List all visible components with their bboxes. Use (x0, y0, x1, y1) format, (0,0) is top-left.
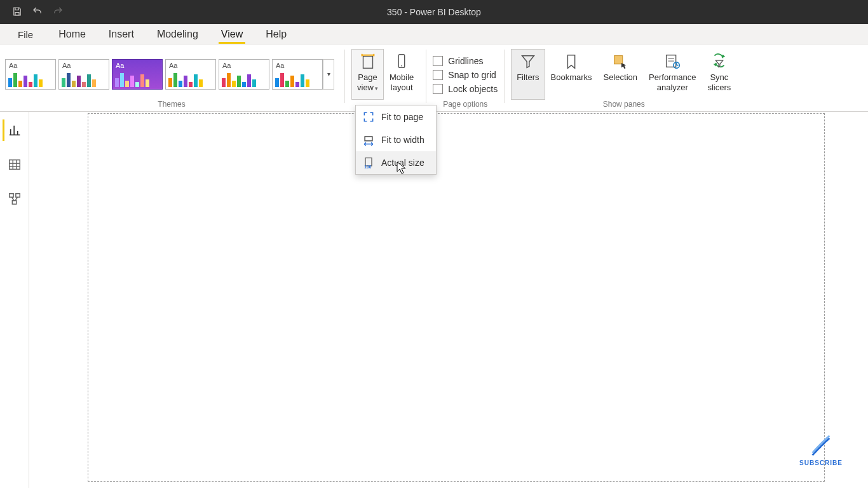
actual-size-icon: 100 (362, 156, 375, 169)
canvas-area (29, 112, 868, 488)
filters-button[interactable]: Filters (511, 49, 545, 100)
fit-to-width-label: Fit to width (381, 135, 424, 145)
theme-thumb[interactable]: Aa (165, 59, 216, 90)
sync-slicers-icon (709, 52, 729, 71)
checkbox-icon (433, 56, 443, 66)
page-view-icon (358, 52, 378, 71)
fit-to-width-item[interactable]: Fit to width (356, 128, 436, 151)
bookmarks-button[interactable]: Bookmarks (545, 49, 598, 100)
svg-rect-19 (9, 160, 20, 170)
save-icon[interactable] (11, 6, 23, 19)
tab-help[interactable]: Help (263, 26, 289, 44)
selection-icon (610, 52, 630, 71)
theme-bars (62, 72, 106, 87)
mobile-layout-button[interactable]: Mobilelayout (384, 49, 419, 100)
themes-gallery: AaAaAaAaAaAa (5, 59, 323, 90)
data-view-button[interactable] (4, 154, 25, 175)
bar-chart-icon (8, 123, 22, 137)
bookmarks-label: Bookmarks (551, 72, 592, 83)
chevron-down-icon: ▾ (375, 85, 378, 92)
mobile-layout-label2: layout (391, 83, 413, 92)
fit-to-page-item[interactable]: Fit to page (356, 105, 436, 128)
svg-rect-29 (365, 137, 372, 141)
svg-line-28 (15, 197, 17, 201)
theme-bars (115, 72, 159, 87)
group-page-options: Gridlines Snap to grid Lock objects Page… (428, 44, 503, 111)
theme-aa-label: Aa (222, 62, 231, 69)
page-view-label1: Page (358, 72, 377, 82)
ribbon-separator (426, 50, 426, 103)
performance-analyzer-button[interactable]: Performanceanalyzer (643, 49, 702, 100)
theme-bars (168, 72, 213, 87)
group-label-page-options: Page options (428, 100, 503, 111)
tab-insert[interactable]: Insert (106, 26, 137, 44)
fit-to-page-icon (362, 111, 375, 123)
themes-more-button[interactable]: ▾ (323, 59, 334, 90)
svg-rect-24 (9, 194, 13, 198)
theme-thumb[interactable]: Aa (112, 59, 163, 90)
svg-rect-0 (363, 56, 372, 68)
gridlines-label: Gridlines (448, 56, 483, 66)
theme-bars (275, 72, 320, 87)
ribbon-separator (344, 50, 345, 103)
undo-icon[interactable] (32, 6, 43, 19)
group-show-panes: Filters Bookmarks Selection (506, 44, 742, 111)
theme-thumb[interactable]: Aa (219, 59, 269, 90)
theme-aa-label: Aa (276, 62, 284, 69)
selection-label: Selection (604, 72, 637, 83)
table-icon (8, 158, 22, 172)
left-rail (0, 112, 29, 488)
gridlines-checkbox[interactable]: Gridlines (433, 56, 498, 66)
report-page[interactable] (88, 113, 825, 482)
actual-size-label: Actual size (381, 158, 424, 168)
sync-slicers-button[interactable]: Syncslicers (702, 49, 736, 100)
report-view-button[interactable] (3, 119, 24, 141)
tab-file[interactable]: File (13, 25, 38, 44)
performance-icon (662, 52, 682, 71)
snap-to-grid-checkbox[interactable]: Snap to grid (433, 70, 498, 80)
theme-bars (8, 72, 53, 87)
theme-thumb[interactable]: Aa (272, 59, 323, 90)
svg-rect-26 (12, 201, 16, 205)
model-view-button[interactable] (4, 188, 25, 210)
quick-access-toolbar (0, 6, 64, 19)
svg-rect-6 (614, 55, 623, 64)
theme-aa-label: Aa (62, 62, 71, 69)
filters-label: Filters (517, 72, 539, 83)
svg-point-5 (401, 65, 402, 66)
group-label-themes: Themes (0, 100, 343, 111)
tab-view[interactable]: View (219, 26, 245, 44)
fit-to-page-label: Fit to page (381, 112, 423, 122)
performance-label1: Performance (649, 72, 696, 82)
selection-button[interactable]: Selection (598, 49, 643, 100)
ribbon-tabs: File Home Insert Modeling View Help (0, 24, 868, 44)
filter-icon (518, 52, 538, 71)
tab-home[interactable]: Home (56, 26, 88, 44)
svg-text:100: 100 (364, 165, 371, 169)
group-label-show-panes: Show panes (506, 100, 742, 111)
ribbon: AaAaAaAaAaAa ▾ Themes Pageview▾ (0, 44, 868, 112)
page-view-button[interactable]: Pageview▾ (351, 49, 384, 100)
theme-aa-label: Aa (116, 62, 124, 69)
svg-line-27 (11, 197, 14, 201)
lock-objects-checkbox[interactable]: Lock objects (433, 84, 498, 94)
tab-modeling[interactable]: Modeling (154, 26, 201, 44)
performance-label2: analyzer (657, 83, 688, 92)
actual-size-item[interactable]: 100 Actual size (356, 151, 436, 174)
bookmark-icon (561, 52, 581, 71)
mobile-layout-label1: Mobile (390, 72, 414, 82)
redo-icon[interactable] (52, 6, 64, 19)
svg-rect-25 (15, 194, 19, 198)
sync-label2: slicers (707, 83, 731, 92)
checkbox-icon (433, 70, 443, 80)
theme-thumb[interactable]: Aa (5, 59, 56, 90)
mobile-layout-icon (391, 52, 412, 71)
theme-thumb[interactable]: Aa (58, 59, 109, 90)
model-icon (8, 192, 22, 206)
checkbox-icon (433, 84, 443, 94)
ribbon-separator (504, 50, 505, 103)
page-view-dropdown: Fit to page Fit to width 100 Actual size (355, 105, 437, 175)
theme-aa-label: Aa (169, 62, 177, 69)
fit-to-width-icon (362, 133, 375, 146)
lock-label: Lock objects (448, 84, 498, 94)
